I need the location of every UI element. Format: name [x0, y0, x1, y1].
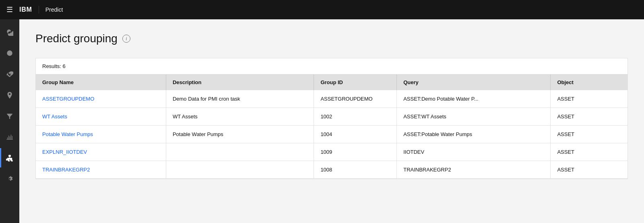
cell-groupId: 1002 — [314, 108, 397, 126]
menu-icon[interactable]: ☰ — [6, 5, 13, 14]
top-nav: ☰ IBM Predict — [0, 0, 644, 19]
col-header-name: Group Name — [36, 74, 166, 90]
sidebar-item-history[interactable] — [0, 43, 19, 63]
table-header: Group Name Description Group ID Query Ob… — [36, 74, 627, 90]
cell-name[interactable]: Potable Water Pumps — [36, 126, 166, 143]
cell-name[interactable]: WT Assets — [36, 108, 166, 126]
results-label: Results: 6 — [42, 63, 66, 69]
sidebar-item-analytics[interactable] — [0, 127, 19, 147]
group-name-link[interactable]: TRAINBRAKEGRP2 — [42, 167, 90, 173]
cell-object: ASSET — [551, 90, 627, 108]
sidebar-item-network[interactable] — [0, 148, 19, 167]
group-name-link[interactable]: ASSETGROUPDEMO — [42, 96, 94, 102]
table-row: ASSETGROUPDEMODemo Data for PMI cron tas… — [36, 90, 627, 108]
sidebar-item-filter[interactable] — [0, 106, 19, 126]
cell-query: TRAINBRAKEGRP2 — [397, 161, 551, 179]
cell-description — [166, 143, 314, 161]
table-row: EXPLNR_IIOTDEV1009IIOTDEVASSET — [36, 143, 627, 161]
cell-query: IIOTDEV — [397, 143, 551, 161]
cell-query: ASSET:Demo Potable Water P... — [397, 90, 551, 108]
sidebar-item-settings[interactable] — [0, 169, 19, 188]
cell-object: ASSET — [551, 161, 627, 179]
cell-name[interactable]: TRAINBRAKEGRP2 — [36, 161, 166, 179]
sidebar-item-search[interactable] — [0, 23, 19, 42]
table-container: Results: 6 Group Name Description Group … — [35, 58, 628, 179]
cell-query: ASSET:WT Assets — [397, 108, 551, 126]
ibm-logo: IBM — [19, 6, 32, 13]
cell-object: ASSET — [551, 108, 627, 126]
cell-groupId: ASSETGROUPDEMO — [314, 90, 397, 108]
nav-divider — [39, 6, 39, 14]
app-layout: Predict grouping i Results: 6 Group Name… — [0, 19, 644, 223]
results-bar: Results: 6 — [36, 58, 627, 74]
cell-name[interactable]: ASSETGROUPDEMO — [36, 90, 166, 108]
page-header: Predict grouping i — [35, 32, 628, 45]
group-name-link[interactable]: WT Assets — [42, 114, 67, 120]
table-body: ASSETGROUPDEMODemo Data for PMI cron tas… — [36, 90, 627, 179]
group-name-link[interactable]: EXPLNR_IIOTDEV — [42, 149, 87, 155]
col-header-query: Query — [397, 74, 551, 90]
cell-description: Demo Data for PMI cron task — [166, 90, 314, 108]
table-row: Potable Water PumpsPotable Water Pumps10… — [36, 126, 627, 143]
sidebar — [0, 19, 19, 223]
cell-description — [166, 161, 314, 179]
col-header-description: Description — [166, 74, 314, 90]
grouping-table: Group Name Description Group ID Query Ob… — [36, 74, 627, 179]
info-icon[interactable]: i — [122, 35, 130, 43]
cell-groupId: 1009 — [314, 143, 397, 161]
cell-groupId: 1008 — [314, 161, 397, 179]
cell-description: Potable Water Pumps — [166, 126, 314, 143]
table-row: TRAINBRAKEGRP21008TRAINBRAKEGRP2ASSET — [36, 161, 627, 179]
page-title: Predict grouping — [35, 32, 118, 45]
nav-title: Predict — [45, 6, 63, 13]
cell-object: ASSET — [551, 126, 627, 143]
cell-groupId: 1004 — [314, 126, 397, 143]
cell-description: WT Assets — [166, 108, 314, 126]
sidebar-item-rocket[interactable] — [0, 64, 19, 84]
cell-object: ASSET — [551, 143, 627, 161]
group-name-link[interactable]: Potable Water Pumps — [42, 131, 93, 137]
col-header-groupid: Group ID — [314, 74, 397, 90]
col-header-object: Object — [551, 74, 627, 90]
table-row: WT AssetsWT Assets1002ASSET:WT AssetsASS… — [36, 108, 627, 126]
cell-query: ASSET:Potable Water Pumps — [397, 126, 551, 143]
cell-name[interactable]: EXPLNR_IIOTDEV — [36, 143, 166, 161]
main-content: Predict grouping i Results: 6 Group Name… — [19, 19, 644, 223]
sidebar-item-location[interactable] — [0, 85, 19, 105]
